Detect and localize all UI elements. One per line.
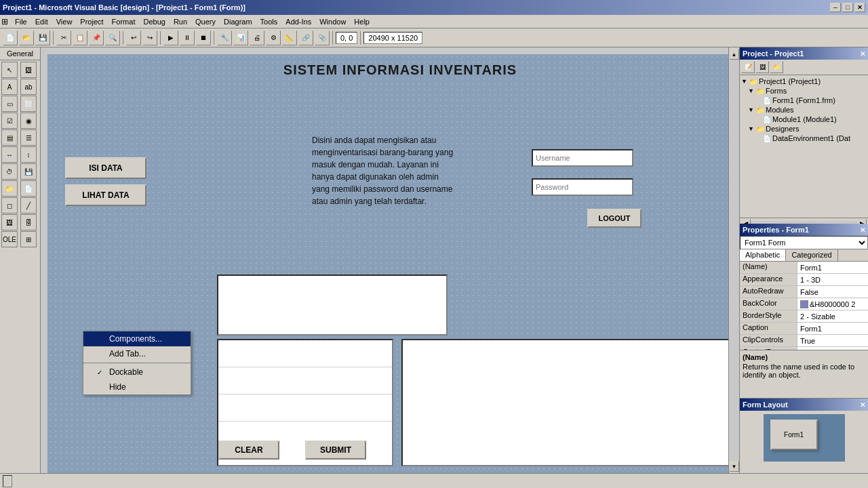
toolbox-radio[interactable]: ◉ <box>20 113 37 129</box>
tree-modules[interactable]: ▼ 📁 Modules <box>748 105 867 115</box>
tab-categorized[interactable]: Categorized <box>786 249 837 261</box>
menu-project[interactable]: Project <box>76 16 107 27</box>
scroll-down-btn[interactable]: ▼ <box>730 461 739 472</box>
context-menu-hide[interactable]: Hide <box>83 380 191 394</box>
username-input[interactable] <box>532 149 633 167</box>
toolbox-frame[interactable]: ▭ <box>1 96 18 112</box>
toolbox-shape[interactable]: ◻ <box>1 197 18 214</box>
menu-window[interactable]: Window <box>315 16 350 27</box>
toolbox-extra[interactable]: ⊞ <box>20 231 37 247</box>
prop-value[interactable]: True <box>797 347 868 350</box>
list-box[interactable] <box>217 274 448 336</box>
tree-module1[interactable]: 📄 Module1 (Module1) <box>755 115 867 124</box>
toolbox-drive[interactable]: 💾 <box>20 163 37 180</box>
toolbar-misc6[interactable]: 🔗 <box>298 30 313 45</box>
isi-data-button[interactable]: ISI DATA <box>65 157 146 179</box>
toolbar-undo[interactable]: ↩ <box>126 30 141 45</box>
form-layout-preview[interactable]: Form1 <box>770 420 818 450</box>
toolbox-textbox[interactable]: ab <box>20 79 37 95</box>
toolbox-timer[interactable]: ⏱ <box>1 163 18 180</box>
clear-button[interactable]: CLEAR <box>218 441 279 460</box>
menu-addins[interactable]: Add-Ins <box>281 16 315 27</box>
toolbar-misc7[interactable]: 📎 <box>315 30 330 45</box>
submit-button[interactable]: SUBMIT <box>305 441 366 460</box>
menu-diagram[interactable]: Diagram <box>220 16 256 27</box>
menu-file[interactable]: File <box>11 16 31 27</box>
minimize-button[interactable]: ─ <box>830 3 841 12</box>
prop-value[interactable]: False <box>797 286 868 298</box>
prop-value[interactable]: &H8000000 2 <box>797 298 868 310</box>
toolbox-line[interactable]: ╱ <box>20 197 37 214</box>
toolbar-save[interactable]: 💾 <box>35 30 50 45</box>
toolbar-misc3[interactable]: 🖨 <box>250 30 264 45</box>
close-button[interactable]: ✕ <box>854 3 865 12</box>
password-input[interactable] <box>532 178 633 196</box>
toolbar-pause[interactable]: ⏸ <box>180 30 195 45</box>
toolbar-misc1[interactable]: 🔧 <box>217 30 232 45</box>
toolbar-redo[interactable]: ↪ <box>142 30 157 45</box>
maximize-button[interactable]: □ <box>842 3 853 12</box>
design-scroll[interactable]: SISTEM INFORMASI INVENTARIS ✕ ISI DATA L… <box>41 47 728 473</box>
toolbar-open[interactable]: 📂 <box>19 30 34 45</box>
toolbox-checkbox[interactable]: ☑ <box>1 113 18 129</box>
toolbar-misc2[interactable]: 📊 <box>233 30 248 45</box>
prop-value[interactable]: Form1 <box>797 262 868 273</box>
menu-tools[interactable]: Tools <box>256 16 282 27</box>
context-menu-add-tab[interactable]: Add Tab... <box>83 346 191 361</box>
large-data-box[interactable] <box>401 339 728 466</box>
toolbar-cut[interactable]: ✂ <box>56 30 71 45</box>
menu-help[interactable]: Help <box>350 16 374 27</box>
lihat-data-button[interactable]: LIHAT DATA <box>65 184 146 206</box>
project-view-object[interactable]: 🖼 <box>755 61 769 73</box>
tree-form1[interactable]: 📄 Form1 (Form1.frm) <box>755 96 867 105</box>
toolbox-combo[interactable]: ▤ <box>1 129 18 146</box>
tree-forms[interactable]: ▼ 📁 Forms <box>748 86 867 96</box>
toolbar-copy[interactable]: 📋 <box>73 30 87 45</box>
menu-edit[interactable]: Edit <box>31 16 52 27</box>
prop-value[interactable]: 1 - 3D <box>797 274 868 285</box>
menu-format[interactable]: Format <box>108 16 140 27</box>
tree-designers[interactable]: ▼ 📁 Designers <box>748 124 867 134</box>
context-menu-components[interactable]: Components... <box>83 331 191 346</box>
menu-query[interactable]: Query <box>191 16 220 27</box>
project-panel-close[interactable]: ✕ <box>860 50 865 58</box>
vertical-scrollbar[interactable]: ▲ ▼ <box>728 47 739 473</box>
properties-panel-close[interactable]: ✕ <box>860 226 865 234</box>
menu-debug[interactable]: Debug <box>139 16 169 27</box>
close-x-button[interactable]: ✕ <box>728 60 728 82</box>
toolbox-vscroll[interactable]: ↕ <box>20 146 37 163</box>
tree-project1[interactable]: ▼ 📁 Project1 (Project1) <box>741 77 867 86</box>
toolbar-run[interactable]: ▶ <box>163 30 178 45</box>
toolbox-list[interactable]: ☰ <box>20 129 37 146</box>
toolbox-dir[interactable]: 📁 <box>1 180 18 197</box>
toolbox-data[interactable]: 🗄 <box>20 214 37 230</box>
toolbox-ole[interactable]: OLE <box>1 231 18 247</box>
project-view-code[interactable]: 📝 <box>741 61 755 73</box>
tab-alphabetic[interactable]: Alphabetic <box>740 249 786 261</box>
logout-button[interactable]: LOGOUT <box>587 209 642 228</box>
toolbox-command[interactable]: ⬜ <box>20 96 37 112</box>
toolbox-image2[interactable]: 🖼 <box>1 214 18 230</box>
scroll-up-btn[interactable]: ▲ <box>730 49 739 60</box>
toolbar-new[interactable]: 📄 <box>3 30 18 45</box>
toolbar-paste[interactable]: 📌 <box>89 30 104 45</box>
menu-run[interactable]: Run <box>170 16 191 27</box>
toolbar-stop[interactable]: ⏹ <box>196 30 211 45</box>
form-layout-close[interactable]: ✕ <box>860 401 865 409</box>
toolbox-label[interactable]: A <box>1 79 18 95</box>
menu-view[interactable]: View <box>52 16 77 27</box>
toolbar-find[interactable]: 🔍 <box>105 30 120 45</box>
toolbox-hscroll[interactable]: ↔ <box>1 146 18 163</box>
toolbar-misc5[interactable]: 📐 <box>282 30 297 45</box>
toolbox-image[interactable]: 🖼 <box>20 62 37 78</box>
tree-dataenv[interactable]: 📄 DataEnvironment1 (Dat <box>755 134 867 143</box>
toolbox-pointer[interactable]: ↖ <box>1 62 18 78</box>
toolbox-file[interactable]: 📄 <box>20 180 37 197</box>
prop-value[interactable]: Form1 <box>797 323 868 334</box>
project-toggle-folder[interactable]: 📁 <box>770 61 783 73</box>
properties-selector[interactable]: Form1 Form <box>740 236 868 249</box>
prop-value[interactable]: 2 - Sizable <box>797 310 868 322</box>
toolbar-misc4[interactable]: ⚙ <box>266 30 281 45</box>
prop-value[interactable]: True <box>797 335 868 346</box>
context-menu-dockable[interactable]: ✓ Dockable <box>83 365 191 380</box>
